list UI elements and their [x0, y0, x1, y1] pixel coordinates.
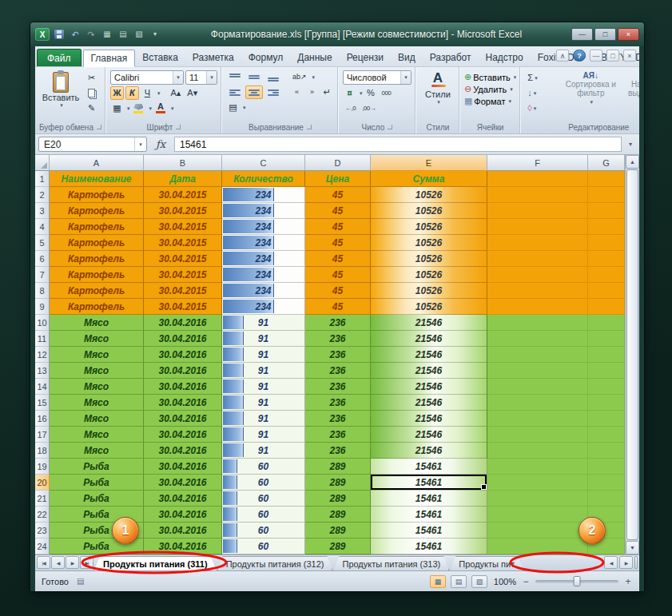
vertical-scrollbar[interactable]: ▲ ▼: [625, 155, 639, 554]
row-header-11[interactable]: 11: [35, 331, 50, 347]
column-header-C[interactable]: C: [222, 155, 305, 171]
cell-B13[interactable]: 30.04.2016: [144, 363, 222, 379]
cell-D18[interactable]: 236: [305, 443, 371, 459]
row-header-2[interactable]: 2: [35, 187, 50, 203]
accounting-format-button[interactable]: ¤: [343, 86, 356, 100]
collapse-ribbon-icon[interactable]: ∧: [556, 50, 569, 62]
restore-button[interactable]: □: [594, 28, 616, 41]
align-bottom-button[interactable]: [264, 70, 282, 84]
underline-button[interactable]: Ч: [141, 86, 154, 100]
cell-F4[interactable]: [487, 219, 588, 235]
column-header-F[interactable]: F: [487, 155, 588, 171]
cell-A19[interactable]: Рыба: [50, 459, 144, 475]
column-header-B[interactable]: B: [144, 155, 222, 171]
save-icon[interactable]: [53, 28, 66, 41]
cell-F22[interactable]: [487, 507, 588, 523]
cell-G10[interactable]: [588, 315, 625, 331]
cell-A5[interactable]: Картофель: [50, 235, 144, 251]
cell-A2[interactable]: Картофель: [50, 187, 144, 203]
cell-D19[interactable]: 289: [305, 459, 371, 475]
borders-dropdown-icon[interactable]: ▾: [127, 105, 130, 112]
cell-G15[interactable]: [588, 395, 625, 411]
page-break-view-button[interactable]: ▧: [471, 575, 487, 588]
cell-A1[interactable]: Наименование: [50, 171, 144, 187]
cell-A10[interactable]: Мясо: [50, 315, 144, 331]
cell-E22[interactable]: 15461: [371, 507, 487, 523]
cell-G14[interactable]: [588, 379, 625, 395]
macro-record-icon[interactable]: ▤: [77, 577, 84, 586]
zoom-out-button[interactable]: −: [521, 576, 531, 587]
cell-G20[interactable]: [588, 475, 625, 491]
cell-E24[interactable]: 15461: [371, 539, 487, 554]
clear-button[interactable]: ◊▾: [525, 101, 562, 115]
cell-F13[interactable]: [487, 363, 588, 379]
cell-C16[interactable]: 91: [222, 411, 305, 427]
cell-A4[interactable]: Картофель: [50, 219, 144, 235]
row-header-13[interactable]: 13: [35, 363, 50, 379]
dialog-launcher-icon[interactable]: [307, 125, 312, 129]
font-color-dropdown-icon[interactable]: ▾: [171, 105, 174, 112]
ribbon-tab-6[interactable]: Рецензи: [340, 49, 391, 66]
cell-D9[interactable]: 45: [305, 299, 371, 315]
cell-E23[interactable]: 15461: [371, 523, 487, 539]
row-header-1[interactable]: 1: [35, 171, 50, 187]
wrap-text-button[interactable]: ↵: [320, 85, 334, 99]
fill-color-button[interactable]: [131, 101, 145, 115]
cell-C22[interactable]: 60: [222, 507, 305, 523]
qat-customize-icon[interactable]: ▾: [149, 28, 161, 41]
cell-B14[interactable]: 30.04.2016: [144, 379, 222, 395]
cell-D1[interactable]: Цена: [305, 171, 371, 187]
cell-B7[interactable]: 30.04.2015: [144, 267, 222, 283]
tab-splitter-handle[interactable]: [634, 556, 638, 569]
qat-chart-icon[interactable]: ▧: [133, 28, 145, 41]
cell-B23[interactable]: 30.04.2016: [144, 523, 222, 539]
cell-B17[interactable]: 30.04.2016: [144, 427, 222, 443]
cell-E3[interactable]: 10526: [371, 203, 487, 219]
cell-C1[interactable]: Количество: [222, 171, 305, 187]
column-header-G[interactable]: G: [588, 155, 625, 171]
cell-B22[interactable]: 30.04.2016: [144, 507, 222, 523]
insert-cells-button[interactable]: ⊕ Вставить ▾: [464, 72, 516, 82]
cell-B18[interactable]: 30.04.2016: [144, 443, 222, 459]
cell-E9[interactable]: 10526: [371, 299, 487, 315]
cell-B2[interactable]: 30.04.2015: [144, 187, 222, 203]
cell-F10[interactable]: [487, 315, 588, 331]
cell-D15[interactable]: 236: [305, 395, 371, 411]
cell-E1[interactable]: Сумма: [371, 171, 487, 187]
accounting-dropdown-icon[interactable]: ▾: [360, 90, 363, 97]
cell-E7[interactable]: 10526: [371, 267, 487, 283]
cell-F17[interactable]: [487, 427, 588, 443]
dialog-launcher-icon[interactable]: [388, 125, 392, 129]
cell-F5[interactable]: [487, 235, 588, 251]
cut-button[interactable]: ✂: [85, 71, 98, 85]
cell-F19[interactable]: [487, 459, 588, 475]
sheet-tab-4[interactable]: Продукты пит: [450, 556, 523, 570]
cell-C9[interactable]: 234: [222, 299, 305, 315]
cell-G9[interactable]: [588, 299, 625, 315]
cell-A21[interactable]: Рыба: [50, 491, 144, 507]
cell-B6[interactable]: 30.04.2015: [144, 251, 222, 267]
fill-button[interactable]: ↓▾: [525, 86, 562, 100]
cell-D22[interactable]: 289: [305, 507, 371, 523]
row-header-21[interactable]: 21: [35, 491, 50, 507]
row-header-23[interactable]: 23: [35, 523, 50, 539]
cell-E20[interactable]: 15461: [371, 475, 487, 491]
number-format-dropdown-icon[interactable]: ▾: [400, 71, 411, 84]
file-tab[interactable]: Файл: [37, 49, 82, 66]
underline-dropdown-icon[interactable]: ▾: [157, 90, 161, 97]
cell-D14[interactable]: 236: [305, 379, 371, 395]
orientation-button[interactable]: ab↗: [290, 70, 309, 84]
cell-B3[interactable]: 30.04.2015: [144, 203, 222, 219]
row-header-4[interactable]: 4: [35, 219, 50, 235]
name-box-dropdown-icon[interactable]: ▾: [134, 137, 146, 151]
cell-G19[interactable]: [588, 459, 625, 475]
cell-A17[interactable]: Мясо: [50, 427, 144, 443]
formula-input[interactable]: 15461: [174, 137, 622, 152]
copy-button[interactable]: [85, 86, 98, 100]
number-format-combo[interactable]: Числовой ▾: [343, 70, 412, 85]
cell-G6[interactable]: [588, 251, 625, 267]
paste-button[interactable]: Вставить ▾: [39, 69, 82, 115]
cell-C8[interactable]: 234: [222, 283, 305, 299]
ribbon-tab-5[interactable]: Данные: [290, 49, 339, 66]
scroll-down-icon[interactable]: ▼: [626, 541, 639, 554]
